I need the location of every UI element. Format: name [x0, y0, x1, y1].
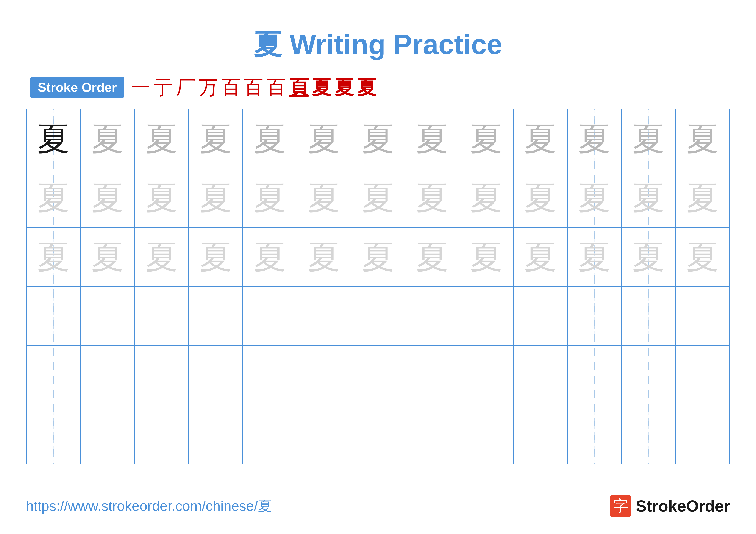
grid-cell-3-11[interactable] [622, 287, 676, 345]
grid-cell-5-3[interactable] [189, 405, 243, 464]
grid-cell-2-8[interactable]: 夏 [459, 227, 513, 287]
grid-cell-0-3[interactable]: 夏 [189, 109, 243, 168]
grid-cell-4-0[interactable] [26, 345, 80, 405]
char-0-3: 夏 [200, 123, 232, 155]
grid-cell-4-10[interactable] [567, 345, 622, 405]
grid-cell-5-5[interactable] [297, 405, 351, 464]
grid-cell-5-6[interactable] [351, 405, 405, 464]
grid-cell-2-0[interactable]: 夏 [26, 227, 80, 287]
grid-cell-2-1[interactable]: 夏 [80, 227, 134, 287]
grid-cell-5-1[interactable] [80, 405, 134, 464]
grid-cell-4-8[interactable] [459, 345, 513, 405]
grid-cell-1-1[interactable]: 夏 [80, 168, 134, 227]
grid-cell-0-5[interactable]: 夏 [297, 109, 351, 168]
grid-cell-0-6[interactable]: 夏 [351, 109, 405, 168]
grid-cell-5-10[interactable] [567, 405, 622, 464]
grid-cell-2-10[interactable]: 夏 [567, 227, 622, 287]
grid-cell-5-9[interactable] [513, 405, 567, 464]
grid-cell-0-11[interactable]: 夏 [622, 109, 676, 168]
grid-cell-3-0[interactable] [26, 287, 80, 345]
char-1-10: 夏 [578, 182, 610, 214]
stroke-2: 亍 [153, 78, 173, 97]
grid-cell-2-4[interactable]: 夏 [243, 227, 297, 287]
grid-cell-1-4[interactable]: 夏 [243, 168, 297, 227]
grid-cell-1-9[interactable]: 夏 [513, 168, 567, 227]
grid-cell-4-3[interactable] [189, 345, 243, 405]
grid-cell-1-8[interactable]: 夏 [459, 168, 513, 227]
grid-cell-1-2[interactable]: 夏 [134, 168, 189, 227]
grid-cell-5-11[interactable] [622, 405, 676, 464]
grid-cell-3-8[interactable] [459, 287, 513, 345]
grid-cell-4-1[interactable] [80, 345, 134, 405]
grid-cell-3-1[interactable] [80, 287, 134, 345]
grid-cell-3-5[interactable] [297, 287, 351, 345]
grid-cell-0-1[interactable]: 夏 [80, 109, 134, 168]
stroke-6: 百 [244, 78, 263, 97]
char-0-12: 夏 [687, 123, 719, 155]
grid-cell-1-6[interactable]: 夏 [351, 168, 405, 227]
char-0-2: 夏 [146, 123, 178, 155]
grid-cell-4-2[interactable] [134, 345, 189, 405]
grid-cell-2-2[interactable]: 夏 [134, 227, 189, 287]
grid-cell-5-8[interactable] [459, 405, 513, 464]
page: 夏 Writing Practice Stroke Order 一 亍 厂 万 … [0, 0, 756, 534]
grid-cell-1-12[interactable]: 夏 [676, 168, 730, 227]
grid-cell-4-7[interactable] [405, 345, 459, 405]
grid-cell-0-2[interactable]: 夏 [134, 109, 189, 168]
grid-cell-3-7[interactable] [405, 287, 459, 345]
grid-cell-3-4[interactable] [243, 287, 297, 345]
grid-cell-2-3[interactable]: 夏 [189, 227, 243, 287]
grid-cell-2-6[interactable]: 夏 [351, 227, 405, 287]
stroke-10: 夏 [335, 78, 354, 97]
char-2-12: 夏 [687, 241, 719, 273]
grid-cell-1-3[interactable]: 夏 [189, 168, 243, 227]
grid-cell-0-10[interactable]: 夏 [567, 109, 622, 168]
char-1-8: 夏 [470, 182, 502, 214]
grid-cell-0-9[interactable]: 夏 [513, 109, 567, 168]
grid-cell-4-5[interactable] [297, 345, 351, 405]
footer-url: https://www.strokeorder.com/chinese/夏 [26, 496, 272, 516]
char-1-9: 夏 [524, 182, 556, 214]
grid-cell-3-6[interactable] [351, 287, 405, 345]
grid-cell-5-0[interactable] [26, 405, 80, 464]
grid-cell-3-9[interactable] [513, 287, 567, 345]
grid-cell-3-10[interactable] [567, 287, 622, 345]
grid-cell-0-4[interactable]: 夏 [243, 109, 297, 168]
grid-cell-2-12[interactable]: 夏 [676, 227, 730, 287]
grid-cell-0-8[interactable]: 夏 [459, 109, 513, 168]
char-0-7: 夏 [416, 123, 448, 155]
grid-cell-1-0[interactable]: 夏 [26, 168, 80, 227]
title-section: 夏 Writing Practice [26, 26, 730, 64]
grid-cell-3-3[interactable] [189, 287, 243, 345]
grid-cell-1-10[interactable]: 夏 [567, 168, 622, 227]
grid-cell-0-12[interactable]: 夏 [676, 109, 730, 168]
char-2-2: 夏 [146, 241, 178, 273]
footer-logo: 字 StrokeOrder [610, 495, 730, 517]
grid-cell-2-7[interactable]: 夏 [405, 227, 459, 287]
grid-cell-3-2[interactable] [134, 287, 189, 345]
char-1-7: 夏 [416, 182, 448, 214]
char-0-1: 夏 [92, 123, 124, 155]
grid-cell-1-5[interactable]: 夏 [297, 168, 351, 227]
char-2-9: 夏 [524, 241, 556, 273]
char-2-8: 夏 [470, 241, 502, 273]
grid-cell-5-2[interactable] [134, 405, 189, 464]
grid-cell-5-4[interactable] [243, 405, 297, 464]
footer: https://www.strokeorder.com/chinese/夏 字 … [26, 495, 730, 517]
grid-cell-5-7[interactable] [405, 405, 459, 464]
stroke-3: 厂 [176, 78, 196, 97]
grid-cell-4-9[interactable] [513, 345, 567, 405]
grid-cell-1-7[interactable]: 夏 [405, 168, 459, 227]
grid-cell-4-4[interactable] [243, 345, 297, 405]
grid-cell-4-12[interactable] [676, 345, 730, 405]
grid-cell-1-11[interactable]: 夏 [622, 168, 676, 227]
grid-cell-0-0[interactable]: 夏 [26, 109, 80, 168]
grid-cell-4-6[interactable] [351, 345, 405, 405]
grid-cell-2-11[interactable]: 夏 [622, 227, 676, 287]
grid-cell-0-7[interactable]: 夏 [405, 109, 459, 168]
grid-cell-3-12[interactable] [676, 287, 730, 345]
grid-cell-2-9[interactable]: 夏 [513, 227, 567, 287]
grid-cell-5-12[interactable] [676, 405, 730, 464]
grid-cell-2-5[interactable]: 夏 [297, 227, 351, 287]
grid-cell-4-11[interactable] [622, 345, 676, 405]
